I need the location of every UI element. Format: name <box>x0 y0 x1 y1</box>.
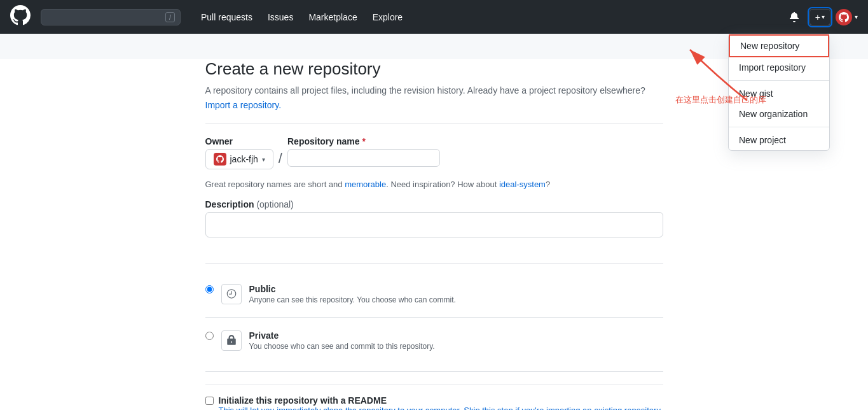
notifications-button[interactable] <box>784 10 804 25</box>
owner-name: jack-fjh <box>230 154 258 164</box>
new-dropdown-menu: New repository Import repository New gis… <box>728 34 830 151</box>
skip-step-link[interactable]: Skip this step if you're importing an ex… <box>464 406 660 410</box>
search-input[interactable] <box>46 12 163 22</box>
navbar-right: + ▾ ▾ <box>784 9 858 25</box>
repo-name-label: Repository name * <box>287 136 440 146</box>
init-desc-text-1: This will let you immediately clone the … <box>219 406 464 410</box>
hint-memorable: memorable <box>345 180 386 189</box>
hint-suggestion-link[interactable]: ideal-system <box>499 180 546 189</box>
private-radio[interactable] <box>205 332 214 340</box>
chevron-down-icon: ▾ <box>855 13 858 20</box>
page-subtitle: A repository contains all project files,… <box>205 84 663 97</box>
nav-explore[interactable]: Explore <box>365 7 410 27</box>
description-group: Description (optional) <box>205 199 663 250</box>
description-label: Description (optional) <box>205 199 663 209</box>
dropdown-new-gist[interactable]: New gist <box>729 83 829 104</box>
init-readme-checkbox[interactable] <box>205 397 214 405</box>
hint-text-1: Great repository names are short and <box>205 180 345 189</box>
main-content: Create a new repository A repository con… <box>193 59 676 410</box>
user-avatar-button[interactable]: ▾ <box>836 9 858 25</box>
owner-repo-row: Owner jack-fjh ▾ / Repository name * <box>205 136 663 169</box>
hint-text-3: ? <box>546 180 550 189</box>
owner-label: Owner <box>205 136 273 146</box>
nav-marketplace[interactable]: Marketplace <box>301 7 364 27</box>
dropdown-new-repository[interactable]: New repository <box>729 34 829 57</box>
dropdown-divider-2 <box>729 127 829 127</box>
plus-icon: + <box>815 12 820 22</box>
hint-text-2: . Need inspiration? How about <box>386 180 499 189</box>
public-option[interactable]: Public Anyone can see this repository. Y… <box>205 276 663 312</box>
page-title: Create a new repository <box>205 59 663 79</box>
dropdown-new-organization[interactable]: New organization <box>729 104 829 124</box>
chevron-icon: ▾ <box>822 13 825 20</box>
required-star: * <box>362 136 365 146</box>
repo-name-input[interactable] <box>287 149 440 167</box>
public-icon <box>221 284 242 304</box>
slash-badge: / <box>165 12 175 22</box>
dropdown-new-project[interactable]: New project <box>729 130 829 150</box>
owner-avatar <box>214 153 226 166</box>
private-text: Private You choose who can see and commi… <box>249 330 435 351</box>
new-menu-button[interactable]: + ▾ <box>809 9 830 25</box>
init-desc: This will let you immediately clone the … <box>219 406 663 410</box>
import-repository-link[interactable]: Import a repository. <box>205 100 282 110</box>
avatar <box>836 9 852 25</box>
section-divider-3 <box>205 371 663 372</box>
nav-pull-requests[interactable]: Pull requests <box>193 7 260 27</box>
init-text: Initialize this repository with a README… <box>219 395 663 410</box>
repo-name-hint: Great repository names are short and mem… <box>205 180 663 189</box>
init-section: Initialize this repository with a README… <box>205 385 663 410</box>
private-icon <box>221 330 242 351</box>
section-divider-2 <box>205 263 663 264</box>
dropdown-import-repository[interactable]: Import repository <box>729 57 829 78</box>
owner-group: Owner jack-fjh ▾ <box>205 136 273 169</box>
owner-select-button[interactable]: jack-fjh ▾ <box>205 149 273 169</box>
visibility-options: Public Anyone can see this repository. Y… <box>205 276 663 358</box>
subtitle-text: A repository contains all project files,… <box>205 85 645 95</box>
main-nav: Pull requests Issues Marketplace Explore <box>193 7 410 27</box>
repo-name-group: Repository name * <box>287 136 440 167</box>
init-label[interactable]: Initialize this repository with a README <box>219 395 387 406</box>
description-input[interactable] <box>205 212 663 237</box>
slash-separator: / <box>279 136 282 166</box>
init-desc-text-2: . <box>660 406 663 410</box>
nav-issues[interactable]: Issues <box>260 7 301 27</box>
owner-chevron-icon: ▾ <box>262 156 265 163</box>
navbar: / Pull requests Issues Marketplace Explo… <box>0 0 868 34</box>
init-checkbox-row: Initialize this repository with a README… <box>205 395 663 410</box>
github-logo[interactable] <box>10 5 31 29</box>
desc-optional: (optional) <box>256 199 293 209</box>
search-bar[interactable]: / <box>41 9 181 25</box>
public-text: Public Anyone can see this repository. Y… <box>249 284 456 304</box>
section-divider-1 <box>205 123 663 124</box>
dropdown-divider-1 <box>729 80 829 81</box>
public-radio[interactable] <box>205 285 214 293</box>
visibility-divider <box>205 317 663 318</box>
private-option[interactable]: Private You choose who can see and commi… <box>205 323 663 358</box>
